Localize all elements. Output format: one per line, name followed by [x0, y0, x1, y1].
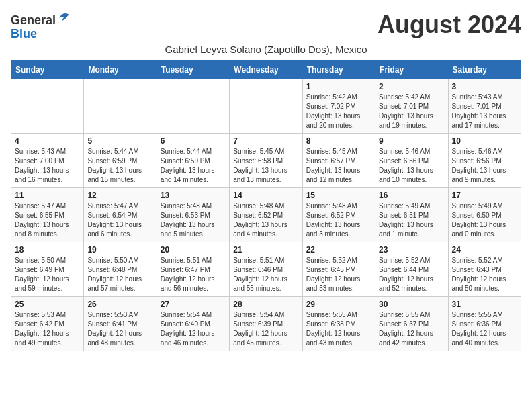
month-title: August 2024	[378, 11, 521, 39]
day-info: Sunrise: 5:52 AM Sunset: 6:44 PM Dayligh…	[379, 256, 444, 293]
day-number: 29	[306, 300, 371, 309]
day-info: Sunrise: 5:50 AM Sunset: 6:49 PM Dayligh…	[15, 256, 80, 293]
day-number: 26	[87, 300, 152, 309]
day-info: Sunrise: 5:53 AM Sunset: 6:41 PM Dayligh…	[87, 310, 152, 348]
day-cell: 1Sunrise: 5:42 AM Sunset: 7:02 PM Daylig…	[302, 79, 375, 133]
day-number: 20	[161, 245, 226, 255]
day-info: Sunrise: 5:47 AM Sunset: 6:55 PM Dayligh…	[15, 201, 80, 239]
day-cell: 14Sunrise: 5:48 AM Sunset: 6:52 PM Dayli…	[230, 187, 302, 242]
day-cell: 7Sunrise: 5:45 AM Sunset: 6:58 PM Daylig…	[230, 133, 302, 187]
day-number: 6	[161, 136, 226, 146]
weekday-header-sunday: Sunday	[11, 60, 84, 79]
day-cell: 12Sunrise: 5:47 AM Sunset: 6:54 PM Dayli…	[84, 187, 157, 242]
day-info: Sunrise: 5:52 AM Sunset: 6:45 PM Dayligh…	[306, 256, 371, 293]
day-cell: 28Sunrise: 5:54 AM Sunset: 6:39 PM Dayli…	[230, 296, 302, 351]
logo-general-text: General	[11, 13, 56, 27]
day-number: 22	[306, 245, 371, 255]
day-cell	[157, 79, 229, 133]
day-cell: 19Sunrise: 5:50 AM Sunset: 6:48 PM Dayli…	[84, 242, 157, 296]
header: General Blue August 2024	[11, 11, 521, 41]
day-number: 14	[233, 191, 298, 200]
day-cell: 9Sunrise: 5:46 AM Sunset: 6:56 PM Daylig…	[375, 133, 448, 187]
day-info: Sunrise: 5:45 AM Sunset: 6:58 PM Dayligh…	[233, 147, 298, 185]
day-number: 27	[161, 300, 226, 309]
day-number: 4	[15, 136, 80, 146]
day-info: Sunrise: 5:45 AM Sunset: 6:57 PM Dayligh…	[306, 147, 371, 185]
logo-blue-text: Blue	[11, 28, 37, 41]
weekday-header-friday: Friday	[375, 60, 448, 79]
day-cell: 23Sunrise: 5:52 AM Sunset: 6:44 PM Dayli…	[375, 242, 448, 296]
weekday-header-row: SundayMondayTuesdayWednesdayThursdayFrid…	[11, 60, 521, 79]
day-info: Sunrise: 5:51 AM Sunset: 6:46 PM Dayligh…	[233, 256, 298, 293]
day-number: 17	[452, 191, 517, 200]
day-cell: 11Sunrise: 5:47 AM Sunset: 6:55 PM Dayli…	[11, 187, 84, 242]
day-cell: 21Sunrise: 5:51 AM Sunset: 6:46 PM Dayli…	[230, 242, 302, 296]
day-cell: 4Sunrise: 5:43 AM Sunset: 7:00 PM Daylig…	[11, 133, 84, 187]
day-number: 24	[452, 245, 517, 255]
day-cell	[84, 79, 157, 133]
day-info: Sunrise: 5:55 AM Sunset: 6:36 PM Dayligh…	[452, 310, 517, 348]
logo-bird-icon	[57, 11, 71, 24]
day-cell: 16Sunrise: 5:49 AM Sunset: 6:51 PM Dayli…	[375, 187, 448, 242]
day-info: Sunrise: 5:49 AM Sunset: 6:50 PM Dayligh…	[452, 201, 517, 239]
day-cell: 25Sunrise: 5:53 AM Sunset: 6:42 PM Dayli…	[11, 296, 84, 351]
day-info: Sunrise: 5:50 AM Sunset: 6:48 PM Dayligh…	[87, 256, 152, 293]
day-cell: 17Sunrise: 5:49 AM Sunset: 6:50 PM Dayli…	[448, 187, 521, 242]
day-cell: 26Sunrise: 5:53 AM Sunset: 6:41 PM Dayli…	[84, 296, 157, 351]
day-cell: 2Sunrise: 5:42 AM Sunset: 7:01 PM Daylig…	[375, 79, 448, 133]
weekday-header-thursday: Thursday	[302, 60, 375, 79]
day-number: 12	[87, 191, 152, 200]
day-number: 10	[452, 136, 517, 146]
day-info: Sunrise: 5:52 AM Sunset: 6:43 PM Dayligh…	[452, 256, 517, 293]
day-info: Sunrise: 5:46 AM Sunset: 6:56 PM Dayligh…	[379, 147, 444, 185]
day-number: 28	[233, 300, 298, 309]
day-cell: 13Sunrise: 5:48 AM Sunset: 6:53 PM Dayli…	[157, 187, 229, 242]
week-row-1: 1Sunrise: 5:42 AM Sunset: 7:02 PM Daylig…	[11, 79, 521, 133]
day-number: 23	[379, 245, 444, 255]
day-info: Sunrise: 5:49 AM Sunset: 6:51 PM Dayligh…	[379, 201, 444, 239]
week-row-2: 4Sunrise: 5:43 AM Sunset: 7:00 PM Daylig…	[11, 133, 521, 187]
weekday-header-saturday: Saturday	[448, 60, 521, 79]
day-info: Sunrise: 5:55 AM Sunset: 6:38 PM Dayligh…	[306, 310, 371, 348]
day-number: 18	[15, 245, 80, 255]
day-cell: 10Sunrise: 5:46 AM Sunset: 6:56 PM Dayli…	[448, 133, 521, 187]
day-info: Sunrise: 5:43 AM Sunset: 7:00 PM Dayligh…	[15, 147, 80, 185]
day-cell: 18Sunrise: 5:50 AM Sunset: 6:49 PM Dayli…	[11, 242, 84, 296]
day-cell: 27Sunrise: 5:54 AM Sunset: 6:40 PM Dayli…	[157, 296, 229, 351]
subtitle: Gabriel Leyva Solano (Zapotillo Dos), Me…	[11, 44, 521, 55]
day-info: Sunrise: 5:48 AM Sunset: 6:52 PM Dayligh…	[233, 201, 298, 239]
day-cell: 20Sunrise: 5:51 AM Sunset: 6:47 PM Dayli…	[157, 242, 229, 296]
day-info: Sunrise: 5:48 AM Sunset: 6:52 PM Dayligh…	[306, 201, 371, 239]
day-info: Sunrise: 5:44 AM Sunset: 6:59 PM Dayligh…	[161, 147, 226, 185]
day-cell: 24Sunrise: 5:52 AM Sunset: 6:43 PM Dayli…	[448, 242, 521, 296]
day-cell: 8Sunrise: 5:45 AM Sunset: 6:57 PM Daylig…	[302, 133, 375, 187]
day-cell: 29Sunrise: 5:55 AM Sunset: 6:38 PM Dayli…	[302, 296, 375, 351]
day-cell: 31Sunrise: 5:55 AM Sunset: 6:36 PM Dayli…	[448, 296, 521, 351]
day-number: 8	[306, 136, 371, 146]
day-cell: 5Sunrise: 5:44 AM Sunset: 6:59 PM Daylig…	[84, 133, 157, 187]
week-row-4: 18Sunrise: 5:50 AM Sunset: 6:49 PM Dayli…	[11, 242, 521, 296]
day-number: 31	[452, 300, 517, 309]
day-number: 11	[15, 191, 80, 200]
week-row-5: 25Sunrise: 5:53 AM Sunset: 6:42 PM Dayli…	[11, 296, 521, 351]
day-info: Sunrise: 5:46 AM Sunset: 6:56 PM Dayligh…	[452, 147, 517, 185]
day-info: Sunrise: 5:44 AM Sunset: 6:59 PM Dayligh…	[87, 147, 152, 185]
weekday-header-wednesday: Wednesday	[230, 60, 302, 79]
day-number: 19	[87, 245, 152, 255]
week-row-3: 11Sunrise: 5:47 AM Sunset: 6:55 PM Dayli…	[11, 187, 521, 242]
day-number: 30	[379, 300, 444, 309]
weekday-header-tuesday: Tuesday	[157, 60, 229, 79]
day-cell: 22Sunrise: 5:52 AM Sunset: 6:45 PM Dayli…	[302, 242, 375, 296]
day-info: Sunrise: 5:51 AM Sunset: 6:47 PM Dayligh…	[161, 256, 226, 293]
day-number: 15	[306, 191, 371, 200]
day-info: Sunrise: 5:48 AM Sunset: 6:53 PM Dayligh…	[161, 201, 226, 239]
day-number: 21	[233, 245, 298, 255]
day-info: Sunrise: 5:43 AM Sunset: 7:01 PM Dayligh…	[452, 93, 517, 130]
day-number: 5	[87, 136, 152, 146]
day-info: Sunrise: 5:42 AM Sunset: 7:02 PM Dayligh…	[306, 93, 371, 130]
day-info: Sunrise: 5:53 AM Sunset: 6:42 PM Dayligh…	[15, 310, 80, 348]
day-cell: 6Sunrise: 5:44 AM Sunset: 6:59 PM Daylig…	[157, 133, 229, 187]
day-info: Sunrise: 5:54 AM Sunset: 6:40 PM Dayligh…	[161, 310, 226, 348]
day-info: Sunrise: 5:54 AM Sunset: 6:39 PM Dayligh…	[233, 310, 298, 348]
day-number: 3	[452, 82, 517, 91]
